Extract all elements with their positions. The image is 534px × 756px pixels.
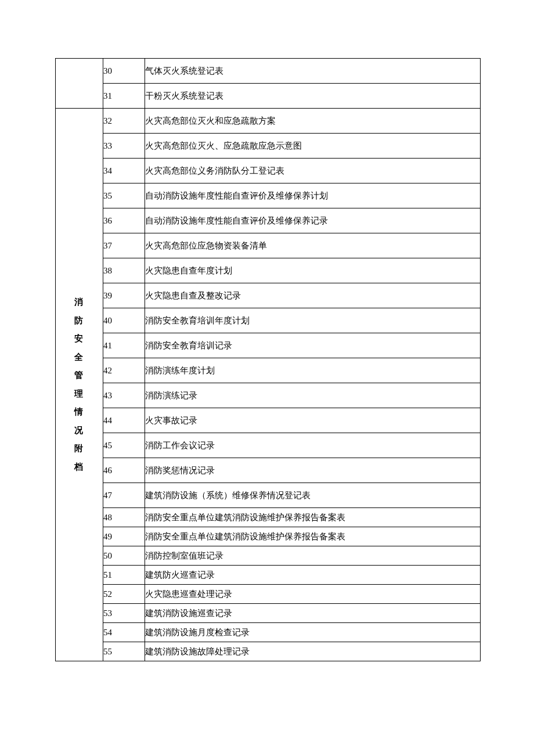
row-number: 34 — [103, 159, 145, 183]
row-number: 52 — [103, 585, 145, 604]
row-description: 消防演练记录 — [145, 383, 481, 408]
row-number: 38 — [103, 258, 145, 283]
row-number: 43 — [103, 383, 145, 408]
row-description: 消防安全教育培训年度计划 — [145, 308, 481, 333]
row-description: 火灾高危部位灭火、应急疏散应急示意图 — [145, 134, 481, 159]
row-number: 53 — [103, 604, 145, 623]
row-description: 消防控制室值班记录 — [145, 546, 481, 566]
row-number: 35 — [103, 183, 145, 208]
row-description: 消防演练年度计划 — [145, 358, 481, 383]
row-number: 47 — [103, 483, 145, 508]
row-description: 火灾高危部位灭火和应急疏散方案 — [145, 109, 481, 134]
row-description: 火灾隐患自查年度计划 — [145, 258, 481, 283]
table-row: 33火灾高危部位灭火、应急疏散应急示意图 — [56, 134, 481, 159]
table-row: 34火灾高危部位义务消防队分工登记表 — [56, 159, 481, 183]
table-row: 35自动消防设施年度性能自查评价及维修保养计划 — [56, 183, 481, 208]
section1-category-cell — [56, 59, 103, 109]
row-number: 50 — [103, 546, 145, 566]
row-description: 自动消防设施年度性能自查评价及维修保养计划 — [145, 183, 481, 208]
table-row: 31干粉灭火系统登记表 — [56, 84, 481, 109]
table-row: 39火灾隐患自查及整改记录 — [56, 283, 481, 308]
table-row: 42消防演练年度计划 — [56, 358, 481, 383]
row-number: 32 — [103, 109, 145, 134]
table-row: 41消防安全教育培训记录 — [56, 333, 481, 358]
row-number: 33 — [103, 134, 145, 159]
row-description: 气体灭火系统登记表 — [145, 59, 481, 84]
table-row: 51建筑防火巡查记录 — [56, 566, 481, 585]
row-description: 火灾事故记录 — [145, 408, 481, 433]
row-description: 建筑消防设施（系统）维修保养情况登记表 — [145, 483, 481, 508]
row-description: 消防奖惩情况记录 — [145, 458, 481, 483]
row-description: 建筑防火巡查记录 — [145, 566, 481, 585]
table-row: 54建筑消防设施月度检查记录 — [56, 623, 481, 642]
row-description: 火灾隐患自查及整改记录 — [145, 283, 481, 308]
table-row: 50消防控制室值班记录 — [56, 546, 481, 566]
table-row: 52火灾隐患巡查处理记录 — [56, 585, 481, 604]
table-row: 40消防安全教育培训年度计划 — [56, 308, 481, 333]
row-number: 48 — [103, 508, 145, 527]
row-description: 建筑消防设施巡查记录 — [145, 604, 481, 623]
row-number: 40 — [103, 308, 145, 333]
table-row: 47建筑消防设施（系统）维修保养情况登记表 — [56, 483, 481, 508]
row-number: 39 — [103, 283, 145, 308]
row-number: 36 — [103, 208, 145, 233]
row-description: 自动消防设施年度性能自查评价及维修保养记录 — [145, 208, 481, 233]
table-row: 53建筑消防设施巡查记录 — [56, 604, 481, 623]
document-page: 30气体灭火系统登记表31干粉灭火系统登记表消防安全管理情况附档32火灾高危部位… — [0, 0, 534, 756]
row-number: 37 — [103, 233, 145, 258]
row-description: 消防安全重点单位建筑消防设施维护保养报告备案表 — [145, 527, 481, 546]
row-description: 建筑消防设施故障处理记录 — [145, 642, 481, 661]
row-number: 46 — [103, 458, 145, 483]
row-description: 火灾高危部位义务消防队分工登记表 — [145, 159, 481, 183]
row-description: 消防安全教育培训记录 — [145, 333, 481, 358]
row-description: 火灾隐患巡查处理记录 — [145, 585, 481, 604]
row-description: 火灾高危部位应急物资装备清单 — [145, 233, 481, 258]
table-row: 55建筑消防设施故障处理记录 — [56, 642, 481, 661]
row-description: 建筑消防设施月度检查记录 — [145, 623, 481, 642]
table-row: 45消防工作会议记录 — [56, 433, 481, 458]
row-number: 31 — [103, 84, 145, 109]
row-number: 49 — [103, 527, 145, 546]
row-number: 42 — [103, 358, 145, 383]
table-row: 消防安全管理情况附档32火灾高危部位灭火和应急疏散方案 — [56, 109, 481, 134]
table-row: 38火灾隐患自查年度计划 — [56, 258, 481, 283]
row-description: 干粉灭火系统登记表 — [145, 84, 481, 109]
row-number: 54 — [103, 623, 145, 642]
row-number: 51 — [103, 566, 145, 585]
section2-category-label: 消防安全管理情况附档 — [74, 293, 84, 476]
table-row: 30气体灭火系统登记表 — [56, 59, 481, 84]
table-row: 36自动消防设施年度性能自查评价及维修保养记录 — [56, 208, 481, 233]
fire-safety-archive-table: 30气体灭火系统登记表31干粉灭火系统登记表消防安全管理情况附档32火灾高危部位… — [55, 58, 481, 661]
table-row: 46消防奖惩情况记录 — [56, 458, 481, 483]
table-row: 44火灾事故记录 — [56, 408, 481, 433]
table-row: 48消防安全重点单位建筑消防设施维护保养报告备案表 — [56, 508, 481, 527]
section2-category-cell: 消防安全管理情况附档 — [56, 109, 103, 661]
table-row: 43消防演练记录 — [56, 383, 481, 408]
row-description: 消防工作会议记录 — [145, 433, 481, 458]
row-number: 55 — [103, 642, 145, 661]
table-row: 49消防安全重点单位建筑消防设施维护保养报告备案表 — [56, 527, 481, 546]
row-number: 41 — [103, 333, 145, 358]
row-number: 30 — [103, 59, 145, 84]
row-number: 45 — [103, 433, 145, 458]
row-description: 消防安全重点单位建筑消防设施维护保养报告备案表 — [145, 508, 481, 527]
row-number: 44 — [103, 408, 145, 433]
table-row: 37火灾高危部位应急物资装备清单 — [56, 233, 481, 258]
